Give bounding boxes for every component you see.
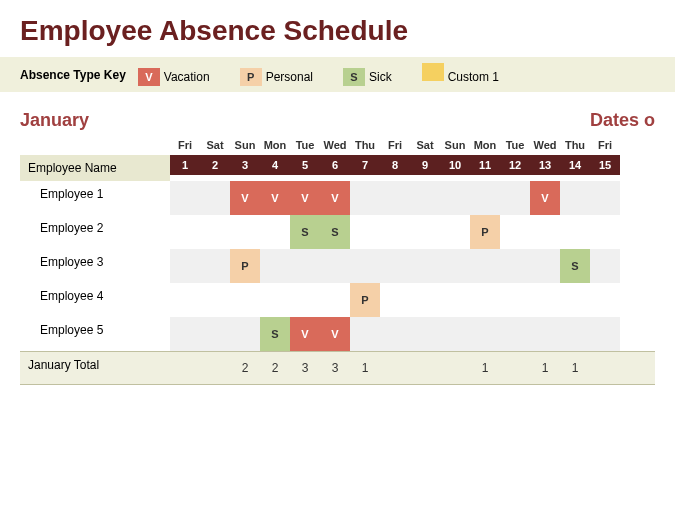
legend-bar: Absence Type Key VVacationPPersonalSSick… (0, 57, 675, 92)
absence-cell (350, 317, 380, 351)
absence-cell (230, 317, 260, 351)
day-name: Fri (380, 135, 410, 155)
day-name: Tue (500, 135, 530, 155)
absence-cell (500, 215, 530, 249)
absence-cell (440, 283, 470, 317)
spacer (20, 135, 170, 155)
absence-cell (470, 317, 500, 351)
absence-cell: V (530, 181, 560, 215)
day-name: Mon (470, 135, 500, 155)
absence-cell (380, 181, 410, 215)
day-name: Wed (320, 135, 350, 155)
absence-cell (320, 249, 350, 283)
absence-cell (350, 215, 380, 249)
date-number: 11 (470, 155, 500, 175)
dates-row: Employee Name 123456789101112131415 (20, 155, 655, 181)
page-title: Employee Absence Schedule (0, 0, 675, 57)
absence-cell: P (350, 283, 380, 317)
date-number: 3 (230, 155, 260, 175)
absence-cell (290, 283, 320, 317)
total-label: January Total (20, 352, 170, 384)
total-row: January Total 22331111 (20, 351, 655, 385)
absence-cell: P (230, 249, 260, 283)
absence-cell (590, 283, 620, 317)
date-number: 5 (290, 155, 320, 175)
absence-cell (560, 317, 590, 351)
absence-cell (260, 283, 290, 317)
employee-name: Employee 5 (20, 317, 170, 351)
day-names-row: FriSatSunMonTueWedThuFriSatSunMonTueWedT… (20, 135, 655, 155)
absence-cell (410, 249, 440, 283)
absence-cell (200, 181, 230, 215)
employee-name: Employee 4 (20, 283, 170, 317)
employee-row: Employee 1VVVVV (20, 181, 655, 215)
absence-cell (350, 181, 380, 215)
absence-cell (440, 317, 470, 351)
total-cell: 1 (470, 352, 500, 384)
employee-name: Employee 2 (20, 215, 170, 249)
total-cell (590, 352, 620, 384)
absence-cell: S (560, 249, 590, 283)
absence-cell (470, 283, 500, 317)
absence-cell (530, 283, 560, 317)
total-cell (500, 352, 530, 384)
absence-cell (590, 317, 620, 351)
total-cell (170, 352, 200, 384)
day-name: Sat (410, 135, 440, 155)
absence-cell (500, 249, 530, 283)
absence-cell (500, 283, 530, 317)
absence-cell: S (290, 215, 320, 249)
date-number: 9 (410, 155, 440, 175)
absence-cell: P (470, 215, 500, 249)
absence-cell: V (290, 317, 320, 351)
day-name: Sun (230, 135, 260, 155)
total-cell (380, 352, 410, 384)
absence-cell (560, 283, 590, 317)
absence-cell (560, 181, 590, 215)
absence-cell (230, 283, 260, 317)
total-cell (200, 352, 230, 384)
legend-code-P: P (240, 68, 262, 86)
absence-cell: V (320, 181, 350, 215)
absence-cell: V (230, 181, 260, 215)
day-name: Sun (440, 135, 470, 155)
absence-cell (590, 181, 620, 215)
legend-code-custom (422, 63, 444, 81)
dates-label: Dates o (590, 110, 655, 131)
day-name: Fri (590, 135, 620, 155)
date-number: 2 (200, 155, 230, 175)
absence-cell (200, 249, 230, 283)
total-cell: 1 (350, 352, 380, 384)
total-cell: 2 (230, 352, 260, 384)
day-name: Fri (170, 135, 200, 155)
absence-cell (470, 181, 500, 215)
absence-cell (380, 249, 410, 283)
date-number: 4 (260, 155, 290, 175)
employee-row: Employee 4P (20, 283, 655, 317)
absence-cell (410, 181, 440, 215)
legend-text: Vacation (164, 70, 210, 84)
day-name: Sat (200, 135, 230, 155)
absence-cell: S (320, 215, 350, 249)
absence-cell: V (290, 181, 320, 215)
absence-cell (170, 283, 200, 317)
date-number: 8 (380, 155, 410, 175)
absence-cell (350, 249, 380, 283)
employee-row: Employee 5SVV (20, 317, 655, 351)
absence-cell (500, 181, 530, 215)
legend-text: Custom 1 (448, 70, 499, 84)
absence-cell (380, 317, 410, 351)
employee-name: Employee 3 (20, 249, 170, 283)
total-cell: 1 (530, 352, 560, 384)
absence-cell (290, 249, 320, 283)
employee-name-header: Employee Name (20, 155, 170, 181)
absence-cell (200, 215, 230, 249)
absence-cell (530, 215, 560, 249)
legend-code-S: S (343, 68, 365, 86)
total-cell: 3 (290, 352, 320, 384)
absence-cell: S (260, 317, 290, 351)
total-cell: 1 (560, 352, 590, 384)
day-name: Wed (530, 135, 560, 155)
absence-cell (200, 283, 230, 317)
employee-row: Employee 3PS (20, 249, 655, 283)
